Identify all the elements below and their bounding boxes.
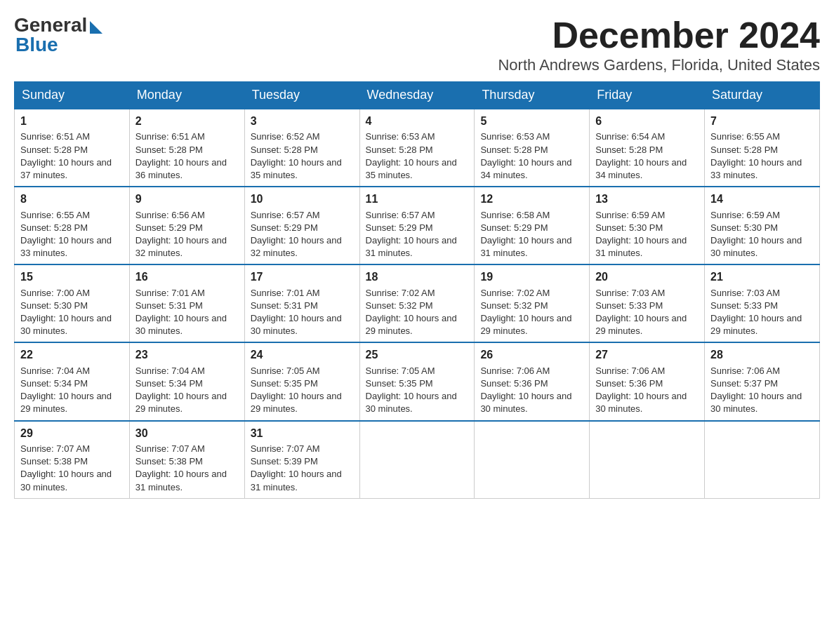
col-thursday: Thursday	[475, 82, 590, 109]
day-number: 29	[20, 426, 124, 441]
table-row: 7Sunrise: 6:55 AMSunset: 5:28 PMDaylight…	[705, 109, 820, 187]
day-sunset: Sunset: 5:36 PM	[595, 378, 663, 389]
day-daylight: Daylight: 10 hours and 30 minutes.	[20, 313, 112, 336]
day-number: 27	[595, 347, 699, 363]
day-daylight: Daylight: 10 hours and 31 minutes.	[366, 235, 457, 258]
day-daylight: Daylight: 10 hours and 29 minutes.	[135, 391, 227, 414]
day-sunrise: Sunrise: 7:01 AM	[135, 288, 205, 298]
calendar-week-row: 8Sunrise: 6:55 AMSunset: 5:28 PMDaylight…	[15, 187, 820, 264]
day-sunset: Sunset: 5:33 PM	[595, 300, 663, 311]
day-number: 7	[710, 114, 814, 129]
day-daylight: Daylight: 10 hours and 34 minutes.	[480, 157, 571, 180]
day-sunrise: Sunrise: 7:03 AM	[595, 288, 665, 298]
day-number: 26	[480, 347, 583, 363]
day-number: 24	[251, 347, 354, 363]
day-number: 31	[251, 426, 354, 441]
table-row: 9Sunrise: 6:56 AMSunset: 5:29 PMDaylight…	[129, 187, 244, 264]
table-row: 27Sunrise: 7:06 AMSunset: 5:36 PMDayligh…	[590, 342, 705, 420]
day-sunrise: Sunrise: 6:57 AM	[366, 210, 435, 220]
day-daylight: Daylight: 10 hours and 30 minutes.	[710, 235, 802, 258]
day-daylight: Daylight: 10 hours and 30 minutes.	[135, 313, 227, 336]
day-sunrise: Sunrise: 6:55 AM	[710, 131, 780, 142]
day-daylight: Daylight: 10 hours and 33 minutes.	[20, 235, 112, 258]
table-row: 23Sunrise: 7:04 AMSunset: 5:34 PMDayligh…	[129, 342, 244, 420]
day-number: 15	[20, 269, 124, 285]
day-sunset: Sunset: 5:35 PM	[366, 378, 433, 389]
day-sunrise: Sunrise: 7:02 AM	[366, 288, 435, 298]
day-sunset: Sunset: 5:36 PM	[480, 378, 548, 389]
day-sunrise: Sunrise: 6:53 AM	[480, 131, 550, 142]
day-number: 2	[135, 114, 239, 129]
day-sunset: Sunset: 5:30 PM	[595, 222, 663, 233]
day-sunrise: Sunrise: 6:51 AM	[135, 131, 205, 142]
day-sunrise: Sunrise: 6:59 AM	[710, 210, 780, 220]
day-daylight: Daylight: 10 hours and 33 minutes.	[710, 157, 802, 180]
day-sunrise: Sunrise: 6:52 AM	[251, 131, 320, 142]
title-area: December 2024 North Andrews Gardens, Flo…	[498, 14, 820, 74]
day-sunset: Sunset: 5:28 PM	[366, 145, 433, 155]
day-sunrise: Sunrise: 7:02 AM	[480, 288, 550, 298]
day-daylight: Daylight: 10 hours and 29 minutes.	[251, 391, 342, 414]
day-number: 16	[135, 269, 239, 285]
day-daylight: Daylight: 10 hours and 34 minutes.	[595, 157, 687, 180]
day-daylight: Daylight: 10 hours and 35 minutes.	[366, 157, 457, 180]
day-sunrise: Sunrise: 7:05 AM	[366, 365, 435, 376]
day-sunrise: Sunrise: 6:58 AM	[480, 210, 550, 220]
location-subtitle: North Andrews Gardens, Florida, United S…	[498, 56, 820, 74]
day-sunrise: Sunrise: 6:59 AM	[595, 210, 665, 220]
table-row: 24Sunrise: 7:05 AMSunset: 5:35 PMDayligh…	[244, 342, 359, 420]
day-sunset: Sunset: 5:38 PM	[135, 456, 203, 467]
day-number: 23	[135, 347, 239, 363]
calendar-table: Sunday Monday Tuesday Wednesday Thursday…	[14, 81, 820, 499]
col-tuesday: Tuesday	[244, 82, 359, 109]
table-row	[705, 421, 820, 499]
day-number: 1	[20, 114, 124, 129]
day-sunrise: Sunrise: 7:01 AM	[251, 288, 320, 298]
day-sunset: Sunset: 5:28 PM	[710, 145, 778, 155]
col-wednesday: Wednesday	[359, 82, 475, 109]
day-sunrise: Sunrise: 6:56 AM	[135, 210, 205, 220]
table-row: 6Sunrise: 6:54 AMSunset: 5:28 PMDaylight…	[590, 109, 705, 187]
day-daylight: Daylight: 10 hours and 29 minutes.	[710, 313, 802, 336]
day-daylight: Daylight: 10 hours and 30 minutes.	[710, 391, 802, 414]
day-sunrise: Sunrise: 7:04 AM	[135, 365, 205, 376]
day-daylight: Daylight: 10 hours and 31 minutes.	[595, 235, 687, 258]
day-sunset: Sunset: 5:31 PM	[135, 300, 203, 311]
table-row	[359, 421, 475, 499]
table-row: 20Sunrise: 7:03 AMSunset: 5:33 PMDayligh…	[590, 264, 705, 342]
table-row: 13Sunrise: 6:59 AMSunset: 5:30 PMDayligh…	[590, 187, 705, 264]
day-number: 6	[595, 114, 699, 129]
day-daylight: Daylight: 10 hours and 29 minutes.	[366, 313, 457, 336]
col-friday: Friday	[590, 82, 705, 109]
table-row: 2Sunrise: 6:51 AMSunset: 5:28 PMDaylight…	[129, 109, 244, 187]
day-sunrise: Sunrise: 7:06 AM	[710, 365, 780, 376]
day-sunset: Sunset: 5:29 PM	[366, 222, 433, 233]
day-daylight: Daylight: 10 hours and 29 minutes.	[480, 313, 571, 336]
table-row: 12Sunrise: 6:58 AMSunset: 5:29 PMDayligh…	[475, 187, 590, 264]
table-row	[590, 421, 705, 499]
day-sunrise: Sunrise: 6:54 AM	[595, 131, 665, 142]
day-number: 18	[366, 269, 469, 285]
table-row: 29Sunrise: 7:07 AMSunset: 5:38 PMDayligh…	[15, 421, 130, 499]
day-sunset: Sunset: 5:28 PM	[595, 145, 663, 155]
day-number: 8	[20, 192, 124, 207]
day-sunset: Sunset: 5:39 PM	[251, 456, 318, 467]
day-sunset: Sunset: 5:28 PM	[480, 145, 548, 155]
day-sunset: Sunset: 5:28 PM	[20, 222, 88, 233]
day-sunset: Sunset: 5:34 PM	[135, 378, 203, 389]
day-number: 4	[366, 114, 469, 129]
day-sunset: Sunset: 5:32 PM	[480, 300, 548, 311]
day-number: 14	[710, 192, 814, 207]
day-daylight: Daylight: 10 hours and 30 minutes.	[20, 469, 112, 492]
day-daylight: Daylight: 10 hours and 31 minutes.	[480, 235, 571, 258]
col-saturday: Saturday	[705, 82, 820, 109]
day-number: 5	[480, 114, 583, 129]
table-row: 26Sunrise: 7:06 AMSunset: 5:36 PMDayligh…	[475, 342, 590, 420]
day-sunrise: Sunrise: 7:07 AM	[251, 443, 320, 454]
table-row: 4Sunrise: 6:53 AMSunset: 5:28 PMDaylight…	[359, 109, 475, 187]
day-daylight: Daylight: 10 hours and 37 minutes.	[20, 157, 112, 180]
table-row: 17Sunrise: 7:01 AMSunset: 5:31 PMDayligh…	[244, 264, 359, 342]
page-header: General Blue December 2024 North Andrews…	[14, 14, 820, 74]
day-sunrise: Sunrise: 7:06 AM	[595, 365, 665, 376]
day-number: 12	[480, 192, 583, 207]
